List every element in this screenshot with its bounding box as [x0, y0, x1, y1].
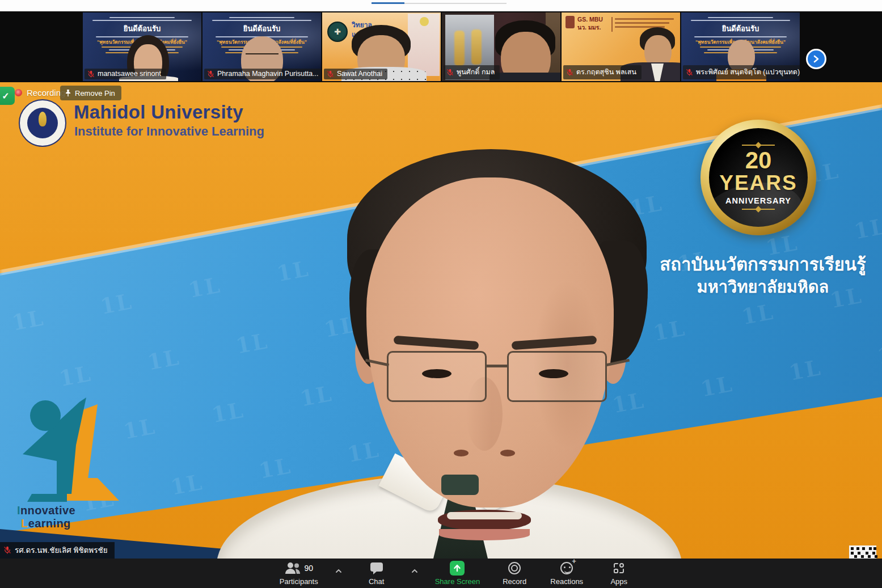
participant-name-label: พูนศักดิ์ กมล — [444, 65, 500, 79]
apps-button[interactable]: Apps — [601, 561, 636, 586]
zoom-meeting-window: ยินดีต้อนรับ “พุทธนวัตกรรมเพื่อการพัฒนาส… — [0, 0, 882, 588]
mic-muted-icon — [566, 69, 573, 76]
next-participants-button[interactable] — [806, 49, 826, 69]
chevron-right-icon — [812, 55, 820, 63]
tab-indicator — [372, 2, 404, 4]
recording-dot-icon — [15, 89, 22, 96]
org-text: GS. MBU นว. มมร. — [577, 15, 603, 31]
meeting-toolbar: 90 Participants Chat — [0, 559, 882, 588]
divider — [611, 17, 613, 32]
share-screen-icon — [450, 561, 465, 576]
slide-title: ยินดีต้อนรับ — [202, 23, 321, 35]
chat-menu-chevron[interactable] — [411, 565, 418, 576]
pin-icon — [65, 89, 71, 97]
speaker-name-label: รศ.ดร.นพ.ชัยเลิศ พิชิตพรชัย — [0, 542, 115, 559]
encryption-shield-icon[interactable]: ✓ — [0, 87, 15, 105]
participant-thumbnail-5[interactable]: GS. MBU นว. มมร. ดร.กฤตสุชิน พลเสน — [562, 12, 680, 81]
chat-button[interactable]: Chat — [359, 561, 394, 586]
reactions-icon — [560, 562, 573, 574]
participant-thumbnail-1[interactable]: ยินดีต้อนรับ “พุทธนวัตกรรมเพื่อการพัฒนาส… — [83, 12, 201, 81]
speaker-lip — [439, 529, 530, 540]
speaker-eye — [539, 369, 568, 378]
record-button[interactable]: Record — [497, 561, 532, 586]
participant-name-label: Sawat Anothai — [324, 69, 387, 79]
participants-menu-chevron[interactable] — [335, 565, 342, 576]
browser-top-edge — [0, 0, 882, 11]
participant-name-label: Phramaha Maghavin Purisutta... — [204, 69, 321, 79]
institute-subtitle: Institute for Innovative Learning — [74, 124, 264, 139]
participants-count: 90 — [304, 564, 313, 573]
speaker-nostril — [454, 450, 469, 456]
badge-flourish — [742, 209, 775, 210]
record-icon — [508, 562, 521, 574]
anniversary-number: 20 — [745, 149, 772, 172]
mic-muted-icon — [327, 70, 334, 78]
tab-divider — [404, 3, 507, 4]
slide-title: ยินดีต้อนรับ — [681, 23, 800, 35]
innovative-learning-logo: InnovativeLearning — [12, 393, 126, 523]
gold-figure — [454, 31, 465, 66]
il-logo-mark — [12, 393, 126, 504]
participant-thumbnail-6[interactable]: ยินดีต้อนรับ “พุทธนวัตกรรมเพื่อการพัฒนาส… — [681, 12, 800, 81]
mic-muted-icon — [446, 69, 454, 76]
chevron-up-icon — [411, 569, 418, 573]
qr-code — [849, 545, 876, 559]
reactions-plus: + — [572, 557, 576, 565]
mic-muted-icon — [686, 69, 693, 76]
speaker-nostril — [500, 450, 515, 456]
mic-muted-icon — [207, 70, 214, 78]
slide-title: ยินดีต้อนรับ — [83, 23, 201, 35]
speaker-eye — [422, 369, 451, 378]
college-emblem — [327, 22, 348, 42]
glasses-bridge — [486, 365, 508, 367]
text-bar — [615, 18, 674, 20]
speaker-teeth — [447, 512, 522, 519]
remove-pin-button[interactable]: Remove Pin — [60, 86, 121, 100]
anniversary-badge: 20 YEARS ANNIVERSARY — [700, 120, 816, 235]
buddha-statue — [415, 16, 434, 73]
apps-icon — [612, 561, 626, 575]
badge-flourish — [742, 145, 775, 146]
mic-muted-icon — [87, 70, 95, 78]
participant-name-label: manatsawee srinont — [85, 69, 166, 79]
participants-icon — [284, 562, 301, 574]
chat-icon — [370, 562, 383, 575]
participant-name-label: พระพิศัณย์ สนฺตจิตฺโต (แปวขุนทด) — [683, 65, 800, 79]
mahidol-logo — [19, 99, 66, 147]
university-title: Mahidol University — [74, 101, 243, 123]
university-emblem — [566, 16, 575, 28]
mic-muted-icon — [3, 546, 11, 554]
participant-name-label: ดร.กฤตสุชิน พลเสน — [563, 65, 642, 79]
participant-glasses — [246, 53, 278, 54]
video-thumbnail-strip: ยินดีต้อนรับ “พุทธนวัตกรรมเพื่อการพัฒนาส… — [0, 11, 882, 82]
gold-figure — [471, 29, 482, 65]
tie-knot — [441, 475, 479, 495]
text-bar — [615, 22, 669, 24]
share-screen-button[interactable]: Share Screen — [435, 561, 480, 586]
anniversary-word: ANNIVERSARY — [725, 196, 791, 205]
participant-thumbnail-2[interactable]: ยินดีต้อนรับ “พุทธนวัตกรรมเพื่อการพัฒนาส… — [202, 12, 321, 81]
anniversary-years: YEARS — [719, 172, 797, 194]
chevron-up-icon — [335, 569, 342, 573]
pinned-speaker-video: 1L 1L 1L 1L 1L 1L 1L 1L 1L 1L 1L 1L 1L 1… — [0, 82, 882, 559]
mahidol-logo-emblem — [39, 112, 47, 126]
reactions-button[interactable]: + Reactions — [549, 561, 584, 586]
il-logo-caption: InnovativeLearning — [17, 504, 126, 530]
participant-clothing — [489, 73, 560, 81]
participants-button[interactable]: 90 Participants — [280, 561, 318, 586]
institute-thai-name: สถาบันนวัตกรรมการเรียนรู้ มหาวิทยาลัยมหิ… — [647, 253, 879, 298]
participant-thumbnail-3[interactable]: วิทยาล แล Sawat Anothai — [322, 12, 441, 81]
participant-thumbnail-4[interactable]: พูนศักดิ์ กมล — [442, 12, 560, 81]
recording-indicator: Recording — [15, 88, 65, 98]
